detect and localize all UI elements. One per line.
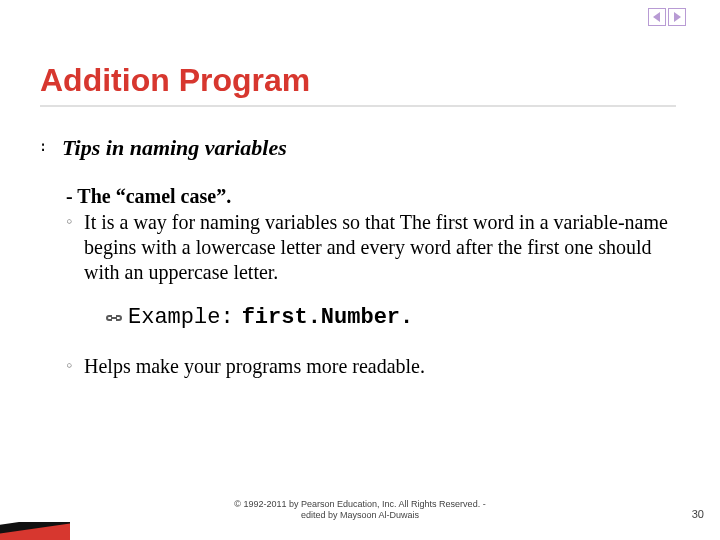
copyright-line-1: © 1992-2011 by Pearson Education, Inc. A…	[0, 499, 720, 511]
slide-title: Addition Program	[40, 62, 680, 99]
subtitle-text: Tips in naming variables	[62, 135, 287, 161]
explanation-item: ◦ It is a way for naming variables so th…	[66, 210, 680, 285]
svg-marker-0	[653, 12, 660, 22]
arrow-left-icon	[651, 11, 663, 23]
corner-accent	[0, 522, 70, 540]
page-number: 30	[692, 508, 704, 520]
circle-bullet-icon: ◦	[66, 210, 84, 233]
link-icon	[106, 312, 128, 324]
readable-text: Helps make your programs more readable.	[84, 354, 425, 379]
example-value: first.Number.	[242, 305, 414, 330]
body-block: - The “camel case”. ◦ It is a way for na…	[66, 185, 680, 379]
bullet-icon: ։	[40, 135, 62, 157]
svg-marker-1	[674, 12, 681, 22]
example-row: Example: first.Number.	[106, 305, 680, 330]
example-label: Example:	[128, 305, 234, 330]
readable-item: ◦ Helps make your programs more readable…	[66, 354, 680, 379]
arrow-right-icon	[671, 11, 683, 23]
copyright-line-2: edited by Maysoon Al-Duwais	[0, 510, 720, 522]
footer-copyright: © 1992-2011 by Pearson Education, Inc. A…	[0, 499, 720, 522]
nav-prev-button[interactable]	[648, 8, 666, 26]
nav-next-button[interactable]	[668, 8, 686, 26]
title-underline	[40, 105, 676, 107]
explanation-text: It is a way for naming variables so that…	[84, 210, 680, 285]
slide-content: Addition Program ։ Tips in naming variab…	[40, 62, 680, 399]
circle-bullet-icon: ◦	[66, 354, 84, 377]
nav-arrows	[648, 8, 686, 26]
camel-case-heading: - The “camel case”.	[66, 185, 680, 208]
subtitle-row: ։ Tips in naming variables	[40, 135, 680, 161]
